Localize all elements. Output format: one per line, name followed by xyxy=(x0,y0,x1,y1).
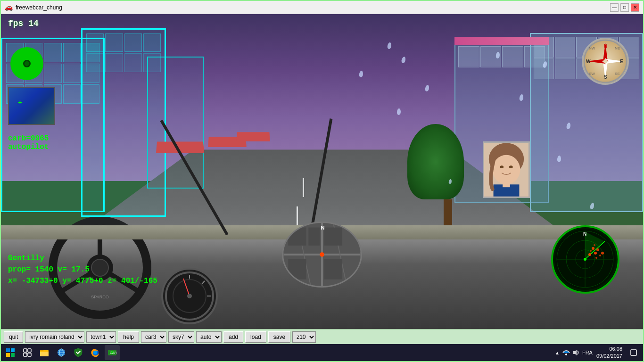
svg-point-13 xyxy=(187,294,192,298)
awning-left-3 xyxy=(236,132,270,141)
speed-indicator-dot xyxy=(23,60,31,67)
player-photo xyxy=(483,141,530,198)
svg-text:NW: NW xyxy=(589,46,595,50)
maximize-button[interactable]: □ xyxy=(620,3,629,12)
security-icon[interactable] xyxy=(71,345,86,360)
load-button[interactable]: load xyxy=(245,331,266,343)
taskbar-right: ▲ FRA 06:08 09/02/2017 xyxy=(555,345,641,360)
minimap-marker: + xyxy=(18,99,22,107)
system-tray-expand[interactable]: ▲ xyxy=(555,350,560,355)
svg-rect-87 xyxy=(631,350,636,355)
speedometer xyxy=(161,268,218,324)
svg-text:NE: NE xyxy=(615,46,620,50)
taskbar-left: CAR xyxy=(3,345,120,360)
svg-rect-65 xyxy=(6,348,10,352)
close-button[interactable]: ✕ xyxy=(631,3,639,12)
sky-dropdown[interactable]: sky7 xyxy=(168,331,194,343)
car-dropdown[interactable]: car3 xyxy=(141,331,166,343)
task-view-button[interactable] xyxy=(20,345,35,360)
svg-text:E: E xyxy=(620,59,623,64)
clock-time: 06:08 xyxy=(596,346,622,353)
location-props: prop= 1540 v= 17.5 xyxy=(8,264,157,275)
firefox-icon[interactable] xyxy=(88,345,103,360)
tree-foliage xyxy=(407,124,464,199)
svg-rect-68 xyxy=(11,353,15,357)
satellite-map: N N xyxy=(282,222,362,288)
window-title: freewebcar_chung xyxy=(16,4,62,11)
clock-date: 09/02/2017 xyxy=(596,353,622,360)
svg-text:N: N xyxy=(583,231,586,237)
satellite-map-inner: N N xyxy=(283,223,361,286)
radar: N xyxy=(551,225,619,294)
title-bar-left: 🚗 freewebcar_chung xyxy=(5,3,62,11)
mini-map-world: + xyxy=(9,88,54,124)
location-coords: x= -34733+0 y= 4775+0 z= 401/-165 xyxy=(8,275,157,287)
svg-point-85 xyxy=(565,354,567,355)
notification-button[interactable] xyxy=(626,345,641,360)
svg-point-62 xyxy=(595,257,597,259)
svg-text:SPARCO: SPARCO xyxy=(91,295,108,299)
location-display: Gentilly prop= 1540 v= 17.5 x= -34733+0 … xyxy=(8,253,157,287)
compass: N S W E NE SE NW SW xyxy=(582,38,629,85)
svg-rect-66 xyxy=(11,348,15,352)
network-icon xyxy=(562,349,570,356)
add-button[interactable]: add xyxy=(223,331,243,343)
volume-icon xyxy=(573,349,579,356)
speed-indicator xyxy=(10,47,43,80)
title-bar: 🚗 freewebcar_chung — □ ✕ xyxy=(1,1,643,14)
svg-rect-43 xyxy=(324,259,342,280)
svg-rect-71 xyxy=(24,353,27,356)
carb-display: carb=9965 autopilot xyxy=(8,134,49,151)
svg-point-54 xyxy=(592,247,594,250)
system-tray: ▲ FRA xyxy=(555,349,593,356)
quit-button[interactable]: quit xyxy=(4,331,23,343)
svg-rect-41 xyxy=(324,228,342,246)
svg-marker-86 xyxy=(573,350,577,355)
fps-display: fps 14 xyxy=(8,19,39,28)
location-dropdown[interactable]: ivry romain roland xyxy=(25,331,84,343)
z-dropdown[interactable]: z10 xyxy=(292,331,316,343)
auto-dropdown[interactable]: auto xyxy=(196,331,222,343)
svg-point-44 xyxy=(320,252,324,257)
svg-rect-72 xyxy=(28,353,31,356)
svg-rect-33 xyxy=(503,181,510,187)
svg-point-61 xyxy=(601,252,604,255)
svg-point-58 xyxy=(599,255,601,256)
ie-icon[interactable] xyxy=(54,345,69,360)
town-dropdown[interactable]: town1 xyxy=(86,331,116,343)
svg-rect-70 xyxy=(28,349,31,352)
taskbar: CAR ▲ FRA xyxy=(1,344,643,361)
svg-point-56 xyxy=(590,250,592,252)
file-explorer-icon[interactable] xyxy=(37,345,52,360)
game-toolbar: quit ivry romain roland town1 help car3 … xyxy=(1,329,643,344)
window-chrome: 🚗 freewebcar_chung — □ ✕ xyxy=(0,0,644,362)
tree xyxy=(431,124,464,237)
minimize-button[interactable]: — xyxy=(610,3,619,12)
svg-rect-40 xyxy=(308,228,320,246)
svg-text:N: N xyxy=(321,225,324,230)
mini-map: + xyxy=(8,87,55,125)
start-button[interactable] xyxy=(3,345,18,360)
location-city: Gentilly xyxy=(8,253,157,264)
rooftop-right xyxy=(454,37,549,45)
help-button[interactable]: help xyxy=(118,331,139,343)
game-icon[interactable]: CAR xyxy=(105,345,120,360)
svg-text:N: N xyxy=(604,43,607,49)
svg-point-57 xyxy=(596,248,599,251)
svg-text:CAR: CAR xyxy=(110,351,117,354)
save-button[interactable]: save xyxy=(268,331,290,343)
svg-rect-74 xyxy=(40,352,49,356)
window-icon: 🚗 xyxy=(5,3,13,11)
language-indicator: FRA xyxy=(582,350,593,355)
svg-text:W: W xyxy=(586,59,591,64)
autopilot-status: autopilot xyxy=(8,143,49,151)
clock-display[interactable]: 06:08 09/02/2017 xyxy=(596,346,622,360)
compass-face: N S W E NE SE NW SW xyxy=(582,38,629,85)
carb-value: carb=9965 xyxy=(8,134,49,143)
svg-rect-69 xyxy=(24,349,27,352)
svg-point-59 xyxy=(588,253,591,256)
svg-text:SW: SW xyxy=(589,72,595,76)
svg-point-60 xyxy=(594,244,595,246)
game-area[interactable]: SPARCO fps 14 xyxy=(1,14,643,329)
svg-point-30 xyxy=(500,165,504,168)
